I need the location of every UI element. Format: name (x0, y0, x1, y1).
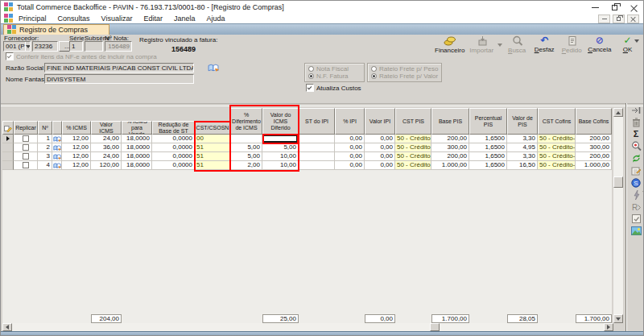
cell-base-cofins[interactable]: 200,00 (576, 152, 612, 161)
toolbar-overflow-button[interactable] (634, 43, 639, 57)
replicar-checkbox[interactable] (23, 135, 29, 142)
cell-base-cofins[interactable]: 200,00 (576, 135, 612, 143)
cell-valor-de-pis[interactable]: 16,50 (507, 161, 538, 170)
busca-button[interactable]: Busca (503, 35, 530, 56)
column-header-col-0[interactable] (2, 121, 14, 135)
close-button[interactable] (624, 1, 643, 14)
fornecedor-combo[interactable]: 001 (P (3, 41, 31, 52)
cell-valor-ipi[interactable]: 0,00 (365, 152, 395, 161)
cell-cst-cofins[interactable]: 50 - Crédito-Trib (538, 161, 576, 170)
rateio-frete-p-valor-radio[interactable]: Rateio Frete p/ Valor (371, 73, 441, 80)
cell-base-pis[interactable]: 200,00 (431, 152, 469, 161)
cell-reducao-de-base-de-st[interactable]: 0,0000 (152, 152, 195, 161)
cell-base-cofins[interactable]: 300,00 (576, 143, 612, 152)
cell-replicar[interactable] (14, 143, 38, 152)
menu-item-editar[interactable]: Editar (138, 15, 168, 23)
column-header-cst-pis[interactable]: CST PIS (395, 108, 431, 135)
cell-icms[interactable]: 12,00 (62, 143, 91, 152)
mdi-close-button[interactable] (627, 15, 639, 23)
cell-base-pis[interactable]: 200,00 (431, 135, 469, 143)
cell-replicar[interactable] (14, 152, 38, 161)
minimize-button[interactable] (585, 1, 605, 14)
nota-fiscal-radio[interactable]: Nota Fiscal (308, 65, 364, 73)
cell-percentual-pis[interactable]: 1,6500 (469, 152, 507, 161)
mdi-restore-button[interactable] (613, 15, 625, 23)
cell-diferimento-de-icms[interactable]: 5,00 (230, 152, 262, 161)
column-header-valor-de-pis[interactable]: Valor de PIS (507, 108, 538, 135)
cell-n[interactable]: 4 (38, 161, 52, 170)
cell-valor-ipi[interactable]: 0,00 (365, 135, 395, 143)
cell-n[interactable]: 3 (38, 152, 52, 161)
cell-st-do-ipi[interactable] (299, 161, 335, 170)
column-header-percentual-pis[interactable]: Percentual PIS (469, 108, 507, 135)
cell-st-do-ipi[interactable] (299, 152, 335, 161)
column-header-valor-icms[interactable]: Valor ICMS (91, 121, 122, 135)
replicate-button[interactable]: R (629, 201, 643, 212)
insert-record-button[interactable] (629, 105, 643, 115)
cell-n[interactable]: 1 (38, 135, 52, 143)
scroll-right-button[interactable] (604, 323, 613, 331)
cell-cst-pis[interactable]: 50 - Crédito-Trib (395, 143, 431, 152)
conferir-checkbox[interactable] (6, 52, 14, 60)
menu-item-ajuda[interactable]: Ajuda (200, 15, 230, 23)
replicar-checkbox[interactable] (23, 153, 29, 160)
cell-cst-pis[interactable]: 50 - Crédito-Trib (395, 152, 431, 161)
cell-valor-de-pis[interactable]: 4,95 (507, 143, 538, 152)
column-header-base-pis[interactable]: Base PIS (431, 108, 469, 135)
cell-percentual-pis[interactable]: 1,6500 (469, 161, 507, 170)
cell-base-pis[interactable]: 1.000,00 (431, 161, 469, 170)
horizontal-scroll-thumb[interactable] (430, 323, 440, 331)
edit-note-button[interactable] (629, 165, 643, 176)
column-header-cst-csosn[interactable]: CST/CSOSN (195, 121, 230, 135)
cell-diferimento-de-icms[interactable] (230, 135, 262, 143)
cell-icms[interactable]: 12,00 (62, 152, 91, 161)
sum-button[interactable]: Σ (629, 129, 643, 139)
financeiro-button[interactable]: Financeiro (432, 35, 467, 56)
cell-valor-icms[interactable]: 36,00 (91, 143, 122, 152)
cell-col-3[interactable] (52, 143, 62, 152)
cell-valor-de-pis[interactable]: 3,30 (507, 152, 538, 161)
column-header-icms-para-venda[interactable]: % ICMS para Venda (122, 121, 152, 135)
serie-field[interactable]: 1 (69, 41, 83, 52)
column-header-cst-cofins[interactable]: CST Cofins (538, 108, 576, 135)
replicar-checkbox[interactable] (23, 144, 29, 151)
cell-reducao-de-base-de-st[interactable]: 0,0000 (152, 135, 195, 143)
quick-edit-button[interactable] (629, 189, 643, 200)
cell-st-do-ipi[interactable] (299, 143, 335, 152)
cell-reducao-de-base-de-st[interactable]: 0,0000 (152, 143, 195, 152)
cell-icms-para-venda[interactable]: 18,0000 (122, 161, 152, 170)
subserie-field[interactable] (85, 41, 103, 52)
replicar-checkbox[interactable] (23, 162, 29, 168)
n-f-fatura-radio[interactable]: N.F. Fatura (308, 73, 364, 80)
image-button[interactable] (629, 226, 643, 236)
column-header-st-do-ipi[interactable]: ST do IPI (299, 108, 335, 135)
column-header-base-cofins[interactable]: Base Cofins (576, 108, 612, 135)
cell-valor-do-icms-diferido[interactable]: 5,00 (262, 143, 299, 152)
cell-icms-para-venda[interactable]: 18,0000 (122, 143, 152, 152)
catalog-book-icon[interactable] (208, 61, 219, 76)
fornecedor-browse-button[interactable]: ... (59, 41, 70, 52)
cell-ipi[interactable]: 0,00 (335, 161, 365, 170)
cell-st-do-ipi[interactable] (299, 135, 335, 143)
tab-registro-de-compras[interactable]: Registro de Compras (3, 24, 109, 35)
cell-cst-cofins[interactable]: 50 - Crédito-Trib (538, 152, 576, 161)
combo-dropdown-icon[interactable] (25, 42, 31, 51)
column-header-valor-do-icms-diferido[interactable]: Valor do ICMS Diferido (262, 108, 299, 135)
cell-ipi[interactable]: 0,00 (335, 152, 365, 161)
razao-social-field[interactable]: FINE IND MATERIAIS P/ACAB CONST CIVIL LT… (44, 63, 194, 73)
cell-icms[interactable]: 12,00 (62, 161, 91, 170)
delete-record-button[interactable] (629, 117, 643, 127)
cell-icms-para-venda[interactable]: 18,0000 (122, 152, 152, 161)
importar-button[interactable]: Importar (467, 35, 496, 56)
cancela-button[interactable]: ⊘Cancela (585, 35, 613, 56)
horizontal-scrollbar[interactable] (2, 323, 613, 331)
cell-replicar[interactable] (14, 135, 38, 143)
stamp-button[interactable]: S (629, 177, 643, 188)
zoom-button[interactable] (629, 141, 643, 151)
cell-cst-csosn[interactable]: 51 (195, 161, 230, 170)
importar-dropdown-icon[interactable] (496, 35, 503, 56)
restore-button[interactable] (605, 1, 624, 14)
cell-reducao-de-base-de-st[interactable]: 0,0000 (152, 161, 195, 170)
cell-cst-pis[interactable]: 50 - Crédito-Trib (395, 161, 431, 170)
column-header-valor-ipi[interactable]: Valor IPI (365, 108, 395, 135)
